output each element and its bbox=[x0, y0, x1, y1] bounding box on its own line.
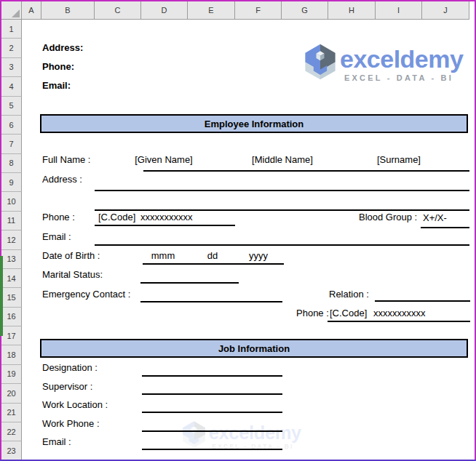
row-header-22[interactable]: 22 bbox=[1, 422, 22, 441]
column-header-B[interactable]: B bbox=[41, 1, 95, 20]
row-header-4[interactable]: 4 bbox=[1, 77, 22, 96]
email-input-line[interactable] bbox=[95, 244, 469, 246]
column-header-D[interactable]: D bbox=[141, 1, 188, 20]
row-header-6[interactable]: 6 bbox=[1, 116, 22, 135]
letterhead-phone-label: Phone: bbox=[42, 61, 74, 73]
address-input-line-2[interactable] bbox=[95, 209, 469, 211]
row-header-17[interactable]: 17 bbox=[1, 326, 22, 345]
emergency-phone-label: Phone : bbox=[296, 308, 329, 319]
employee-address-label: Address : bbox=[42, 174, 82, 185]
surname-placeholder[interactable]: [Surname] bbox=[362, 154, 435, 166]
select-all-corner[interactable] bbox=[1, 1, 22, 20]
designation-input-line[interactable] bbox=[142, 375, 282, 377]
supervisor-label: Supervisor : bbox=[42, 381, 92, 393]
blood-group-placeholder[interactable]: X+/X- bbox=[423, 212, 447, 224]
marital-status-input-line[interactable] bbox=[140, 282, 239, 284]
row-header-15[interactable]: 15 bbox=[1, 288, 22, 307]
letterhead-address-label: Address: bbox=[42, 42, 83, 54]
dob-year-placeholder[interactable]: yyyy bbox=[240, 250, 277, 262]
letterhead-email-label: Email: bbox=[42, 80, 71, 92]
employee-phone-label: Phone : bbox=[42, 212, 75, 223]
row-header-1[interactable]: 1 bbox=[1, 20, 22, 39]
worksheet-area[interactable]: Address: Phone: Email: exceldemy EXCEL -… bbox=[22, 20, 475, 460]
work-location-input-line[interactable] bbox=[142, 412, 282, 413]
row-header-7[interactable]: 7 bbox=[1, 135, 22, 153]
column-header-C[interactable]: C bbox=[95, 1, 141, 20]
row-header-11[interactable]: 11 bbox=[1, 212, 22, 230]
job-email-input-line[interactable] bbox=[142, 449, 282, 450]
full-name-label: Full Name : bbox=[42, 154, 90, 166]
row-header-10[interactable]: 10 bbox=[1, 192, 22, 211]
work-phone-input-line[interactable] bbox=[142, 430, 282, 432]
blood-group-label: Blood Group : bbox=[359, 212, 417, 223]
emergency-phone-number-placeholder[interactable]: xxxxxxxxxxx bbox=[373, 308, 426, 319]
row-header-13[interactable]: 13 bbox=[1, 250, 22, 269]
row-header-21[interactable]: 21 bbox=[1, 404, 22, 422]
screenshot-border-top bbox=[0, 0, 476, 1]
column-header-G[interactable]: G bbox=[282, 1, 328, 20]
job-information-header: Job Information bbox=[40, 339, 468, 358]
row-header-2[interactable]: 2 bbox=[1, 39, 22, 57]
screenshot-border-green-segment bbox=[0, 256, 3, 336]
exceldemy-tagline-text: EXCEL - DATA - BI bbox=[344, 73, 453, 82]
row-header-14[interactable]: 14 bbox=[1, 269, 22, 288]
dob-day-placeholder[interactable]: dd bbox=[198, 250, 227, 262]
column-header-A[interactable]: A bbox=[22, 1, 41, 20]
exceldemy-brand-text: exceldemy bbox=[340, 47, 463, 71]
emergency-contact-input-line[interactable] bbox=[140, 301, 282, 302]
dob-input-line[interactable] bbox=[143, 263, 284, 265]
job-email-label: Email : bbox=[42, 436, 71, 448]
column-header-E[interactable]: E bbox=[188, 1, 235, 20]
column-header-I[interactable]: I bbox=[376, 1, 422, 20]
column-header-J[interactable]: J bbox=[422, 1, 469, 20]
supervisor-input-line[interactable] bbox=[142, 393, 282, 395]
row-header-19[interactable]: 19 bbox=[1, 365, 22, 384]
emergency-contact-label: Emergency Contact : bbox=[42, 289, 130, 300]
row-header-20[interactable]: 20 bbox=[1, 384, 22, 403]
row-header-16[interactable]: 16 bbox=[1, 308, 22, 326]
row-header-3[interactable]: 3 bbox=[1, 58, 22, 77]
row-headers: 1234567891011121314151617181920212223 bbox=[1, 20, 22, 461]
employee-information-header: Employee Information bbox=[40, 114, 468, 133]
column-header-H[interactable]: H bbox=[328, 1, 376, 20]
phone-input-line[interactable] bbox=[95, 225, 235, 226]
work-phone-label: Work Phone : bbox=[42, 418, 100, 430]
row-header-18[interactable]: 18 bbox=[1, 345, 22, 364]
column-headers: ABCDEFGHIJ bbox=[1, 1, 469, 20]
marital-status-label: Marital Status: bbox=[42, 269, 103, 281]
given-name-placeholder[interactable]: [Given Name] bbox=[127, 154, 200, 166]
column-header-F[interactable]: F bbox=[235, 1, 282, 20]
emergency-phone-country-code-placeholder[interactable]: [C.Code] bbox=[330, 308, 367, 319]
row-header-12[interactable]: 12 bbox=[1, 230, 22, 249]
screenshot-border-left bbox=[0, 0, 1, 461]
dob-month-placeholder[interactable]: mmm bbox=[145, 250, 181, 262]
phone-number-placeholder[interactable]: xxxxxxxxxxx bbox=[140, 212, 193, 223]
designation-label: Designation : bbox=[42, 362, 98, 374]
exceldemy-watermark-cube-icon bbox=[182, 421, 206, 449]
watermark-brand-text: exceldemy bbox=[209, 423, 301, 442]
address-input-line-1[interactable] bbox=[95, 190, 469, 191]
row-header-23[interactable]: 23 bbox=[1, 441, 22, 460]
blood-group-input-line[interactable] bbox=[421, 227, 469, 228]
relation-label: Relation : bbox=[329, 289, 369, 300]
middle-name-placeholder[interactable]: [Middle Name] bbox=[246, 154, 319, 166]
relation-input-line[interactable] bbox=[375, 300, 470, 302]
phone-country-code-placeholder[interactable]: [C.Code] bbox=[98, 212, 135, 223]
row-header-9[interactable]: 9 bbox=[1, 173, 22, 192]
select-all-triangle-icon bbox=[12, 9, 20, 17]
emergency-phone-input-line[interactable] bbox=[328, 321, 470, 322]
dob-label: Date of Birth : bbox=[42, 250, 100, 262]
exceldemy-cube-icon bbox=[304, 44, 336, 80]
work-location-label: Work Location : bbox=[42, 399, 108, 411]
row-header-5[interactable]: 5 bbox=[1, 97, 22, 116]
employee-email-label: Email : bbox=[42, 231, 71, 243]
row-header-8[interactable]: 8 bbox=[1, 154, 22, 173]
full-name-input-line[interactable] bbox=[143, 170, 469, 172]
